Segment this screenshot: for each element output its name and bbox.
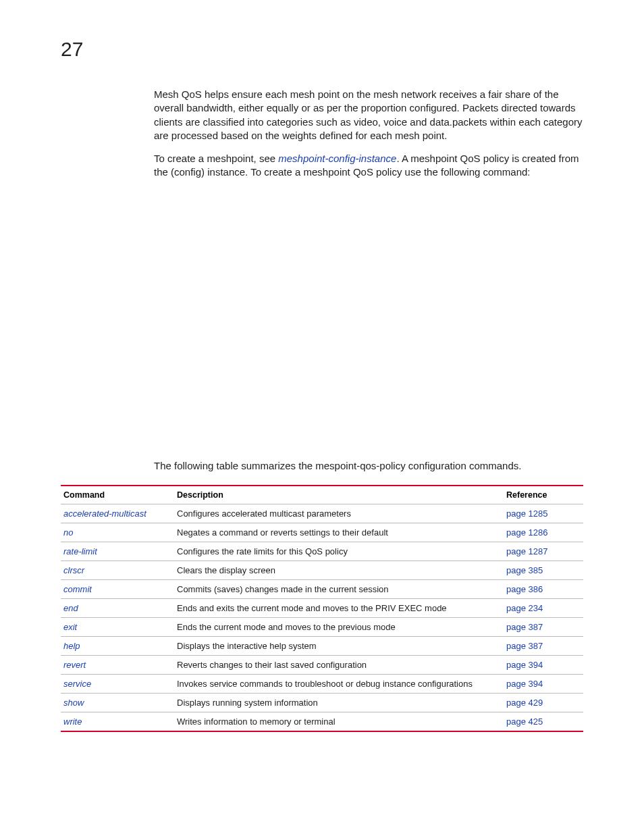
reference-link[interactable]: page 429 [506,698,543,708]
cell-command: commit [61,579,174,598]
command-link[interactable]: service [63,679,91,689]
cell-command: show [61,693,174,712]
meshpoint-link[interactable]: meshpoint-config-instance [278,153,396,164]
table-row: commitCommits (saves) changes made in th… [61,579,583,598]
reference-link[interactable]: page 1287 [506,546,547,556]
table-row: clrscrClears the display screenpage 385 [61,561,583,579]
command-link[interactable]: help [63,641,80,651]
table-row: noNegates a command or reverts settings … [61,523,583,542]
command-link[interactable]: end [63,603,78,613]
cell-description: Configures accelerated multicast paramet… [174,504,504,523]
reference-link[interactable]: page 234 [506,603,543,613]
table-row: showDisplays running system informationp… [61,693,583,712]
table-row: exitEnds the current mode and moves to t… [61,617,583,636]
cell-reference: page 429 [504,693,583,712]
reference-link[interactable]: page 385 [506,565,543,575]
cell-reference: page 425 [504,712,583,731]
command-link[interactable]: revert [63,660,86,670]
command-link[interactable]: show [63,698,84,708]
commands-table: Command Description Reference accelerate… [61,485,583,732]
page-number: 27 [61,38,583,61]
header-reference: Reference [504,486,583,504]
cell-command: rate-limit [61,542,174,561]
command-link[interactable]: write [63,716,82,727]
cell-command: no [61,523,174,542]
cell-description: Reverts changes to their last saved conf… [174,655,504,674]
cell-command: clrscr [61,561,174,579]
document-page: 27 Mesh QoS helps ensure each mesh point… [0,0,644,834]
reference-link[interactable]: page 387 [506,622,543,632]
cell-reference: page 386 [504,579,583,598]
cell-description: Configures the rate limits for this QoS … [174,542,504,561]
cell-reference: page 1285 [504,504,583,523]
paragraph-2a: To create a meshpoint, see [154,153,278,164]
cell-description: Commits (saves) changes made in the curr… [174,579,504,598]
cell-description: Displays running system information [174,693,504,712]
cell-description: Ends and exits the current mode and move… [174,598,504,617]
paragraph-1: Mesh QoS helps ensure each mesh point on… [154,88,583,142]
command-link[interactable]: rate-limit [63,546,97,556]
cell-reference: page 387 [504,617,583,636]
table-header-row: Command Description Reference [61,486,583,504]
reference-link[interactable]: page 1286 [506,527,547,538]
reference-link[interactable]: page 425 [506,716,543,727]
command-link[interactable]: commit [63,584,92,594]
cell-description: Displays the interactive help system [174,636,504,655]
table-row: writeWrites information to memory or ter… [61,712,583,731]
cell-command: exit [61,617,174,636]
cell-reference: page 234 [504,598,583,617]
cell-description: Ends the current mode and moves to the p… [174,617,504,636]
cell-command: end [61,598,174,617]
table-row: serviceInvokes service commands to troub… [61,674,583,693]
reference-link[interactable]: page 394 [506,660,543,670]
header-description: Description [174,486,504,504]
cell-description: Writes information to memory or terminal [174,712,504,731]
table-row: accelerated-multicastConfigures accelera… [61,504,583,523]
reference-link[interactable]: page 1285 [506,509,547,519]
cell-description: Negates a command or reverts settings to… [174,523,504,542]
command-link[interactable]: exit [63,622,77,632]
cell-reference: page 394 [504,655,583,674]
body-content: Mesh QoS helps ensure each mesh point on… [154,88,583,180]
table-row: rate-limitConfigures the rate limits for… [61,542,583,561]
blank-space [61,189,583,459]
cell-command: service [61,674,174,693]
cell-reference: page 1286 [504,523,583,542]
header-command: Command [61,486,174,504]
cell-command: help [61,636,174,655]
paragraph-2: To create a meshpoint, see meshpoint-con… [154,152,583,180]
command-link[interactable]: clrscr [63,565,84,575]
table-row: revertReverts changes to their last save… [61,655,583,674]
cell-command: accelerated-multicast [61,504,174,523]
table-row: helpDisplays the interactive help system… [61,636,583,655]
cell-description: Clears the display screen [174,561,504,579]
cell-reference: page 1287 [504,542,583,561]
reference-link[interactable]: page 386 [506,584,543,594]
cell-reference: page 394 [504,674,583,693]
cell-description: Invokes service commands to troubleshoot… [174,674,504,693]
cell-command: revert [61,655,174,674]
table-row: endEnds and exits the current mode and m… [61,598,583,617]
table-intro: The following table summarizes the mespo… [154,459,583,473]
command-link[interactable]: no [63,527,73,538]
command-link[interactable]: accelerated-multicast [63,509,146,519]
reference-link[interactable]: page 387 [506,641,543,651]
cell-reference: page 387 [504,636,583,655]
reference-link[interactable]: page 394 [506,679,543,689]
cell-reference: page 385 [504,561,583,579]
cell-command: write [61,712,174,731]
